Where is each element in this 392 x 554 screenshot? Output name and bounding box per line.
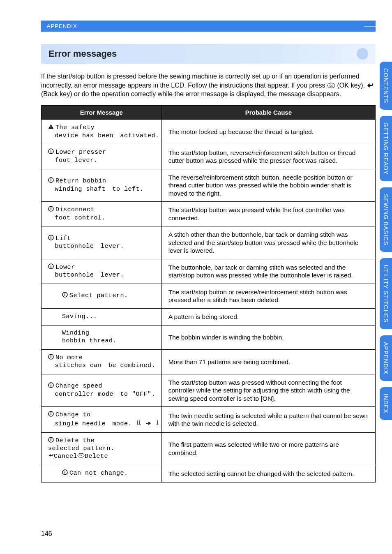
lcd-line: mode. <box>106 420 159 428</box>
intro-text-2: (Back key) or do the operation correctly… <box>41 90 341 97</box>
lcd-line: buttonhole <box>48 243 94 251</box>
breadcrumb-text: APPENDIX <box>47 23 77 29</box>
probable-cause-cell: The start/stop button was pressed withou… <box>161 374 375 407</box>
lcd-message: The safetydevice has beenactivated. <box>48 124 159 140</box>
lcd-line: lever. <box>94 243 125 251</box>
probable-cause-cell: The motor locked up because the thread i… <box>161 119 375 144</box>
error-message-cell: Disconnectfoot control. <box>42 201 162 226</box>
svg-rect-20 <box>65 293 65 294</box>
error-message-cell: No morestitches canbe combined. <box>42 349 162 374</box>
error-message-cell: Lowerbuttonholelever. <box>42 259 162 284</box>
info-icon <box>48 411 54 420</box>
lcd-line: Saving... <box>62 313 97 321</box>
table-row: The safetydevice has beenactivated.The m… <box>42 119 376 144</box>
svg-rect-3 <box>51 127 51 128</box>
lcd-line: activated. <box>113 132 159 140</box>
svg-rect-6 <box>51 151 51 153</box>
lcd-line: No more <box>55 354 83 362</box>
probable-cause-cell: The selected setting cannot be changed w… <box>161 465 375 482</box>
probable-cause-cell: More than 71 patterns are being combined… <box>161 349 375 374</box>
side-tab[interactable]: INDEX <box>380 387 392 420</box>
lcd-line: bobbin thread. <box>62 337 117 345</box>
svg-rect-23 <box>51 355 51 356</box>
info-icon <box>62 292 68 300</box>
lcd-line: Can not change. <box>69 470 128 478</box>
svg-text:OK: OK <box>329 84 333 87</box>
error-message-cell: Can not change. <box>42 465 162 482</box>
info-icon <box>48 382 54 391</box>
table-row: Can not change.The selected setting cann… <box>42 465 376 482</box>
info-icon <box>48 148 54 157</box>
lcd-line: device has been <box>48 132 113 140</box>
lcd-message: Disconnectfoot control. <box>48 206 106 222</box>
svg-rect-5 <box>51 150 51 150</box>
lcd-line: single needle <box>48 420 106 428</box>
ok-key-icon: OK <box>327 83 335 88</box>
svg-rect-12 <box>51 208 51 210</box>
table-row: No morestitches canbe combined.More than… <box>42 349 376 374</box>
intro-ok-label: (OK key), <box>337 82 365 89</box>
svg-rect-29 <box>51 412 51 413</box>
svg-rect-11 <box>51 207 51 208</box>
svg-rect-38 <box>65 472 65 474</box>
lcd-line: to left. <box>106 186 144 194</box>
error-message-cell: Saving... <box>42 308 162 325</box>
error-message-cell: Change speedcontroller modeto "OFF". <box>42 374 162 407</box>
lcd-message: Change speedcontroller modeto "OFF". <box>48 382 155 399</box>
svg-rect-15 <box>51 237 51 239</box>
lcd-line: lever. <box>94 272 125 279</box>
probable-cause-cell: The twin needle setting is selected whil… <box>161 407 375 433</box>
lcd-line: The safety <box>55 124 95 132</box>
lcd-line: stitches can <box>48 362 102 370</box>
probable-cause-cell: The reverse/reinforcement stitch button,… <box>161 169 375 201</box>
lcd-line: Disconnect <box>55 206 95 214</box>
lcd-message: Change tosingle needlemode. <box>48 411 159 428</box>
svg-rect-26 <box>51 383 51 384</box>
lcd-message: Saving... <box>62 313 97 321</box>
side-tab[interactable]: SEWING BASICS <box>380 187 392 252</box>
table-row: Lowerbuttonholelever.The buttonhole, bar… <box>42 259 376 284</box>
lcd-line: Change speed <box>55 383 102 390</box>
section-decor-pill <box>357 48 368 60</box>
svg-rect-24 <box>51 356 51 358</box>
lcd-line: buttonhole <box>48 272 94 279</box>
probable-cause-cell: The start/stop button was pressed while … <box>161 201 375 226</box>
info-icon <box>48 263 54 272</box>
probable-cause-cell: The start/stop button or reverse/reinfor… <box>161 284 375 309</box>
side-tab[interactable]: APPENDIX <box>380 335 392 381</box>
table-row: Liftbuttonholelever.A stitch other than … <box>42 226 376 259</box>
table-row: Change speedcontroller modeto "OFF".The … <box>42 374 376 407</box>
side-tab[interactable]: CONTENTS <box>380 62 392 110</box>
info-icon <box>48 437 54 446</box>
error-message-cell: Lower presserfoot lever. <box>42 144 162 169</box>
side-tabs: CONTENTSGETTING READYSEWING BASICSUTILIT… <box>380 62 392 420</box>
arrow-right-icon <box>145 420 151 427</box>
info-icon <box>48 206 54 215</box>
lcd-message: Liftbuttonholelever. <box>48 235 124 251</box>
lcd-line: Lower presser <box>55 149 106 157</box>
error-message-cell: Delete theselected pattern.CancelOKDelet… <box>42 432 162 465</box>
side-tab[interactable]: GETTING READY <box>380 116 392 181</box>
lcd-line: Delete the <box>55 437 95 445</box>
svg-rect-17 <box>51 265 51 265</box>
lcd-line: Winding <box>62 330 117 337</box>
probable-cause-cell: The first pattern was selected while two… <box>161 432 375 465</box>
svg-rect-18 <box>51 265 51 268</box>
svg-rect-37 <box>65 471 65 471</box>
single-needle-icon <box>155 420 159 427</box>
lcd-message: Return bobbinwinding shaftto left. <box>48 177 144 194</box>
ok-key-icon: OK <box>77 453 85 460</box>
svg-rect-32 <box>51 438 51 439</box>
lcd-line: controller mode <box>48 391 113 399</box>
lcd-message: Delete theselected pattern.CancelOKDelet… <box>48 437 115 461</box>
back-key-icon <box>48 453 54 460</box>
error-message-cell: The safetydevice has beenactivated. <box>42 119 162 144</box>
side-tab[interactable]: UTILITY STITCHES <box>380 258 392 329</box>
col-header-cause: Probable Cause <box>161 105 375 119</box>
error-message-cell: Liftbuttonholelever. <box>42 226 162 259</box>
error-message-cell: Change tosingle needlemode. <box>42 407 162 433</box>
table-row: Disconnectfoot control.The start/stop bu… <box>42 201 376 226</box>
probable-cause-cell: The buttonhole, bar tack or darning stit… <box>161 259 375 284</box>
lcd-message: No morestitches canbe combined. <box>48 354 155 370</box>
lcd-line: Return bobbin <box>55 178 106 185</box>
